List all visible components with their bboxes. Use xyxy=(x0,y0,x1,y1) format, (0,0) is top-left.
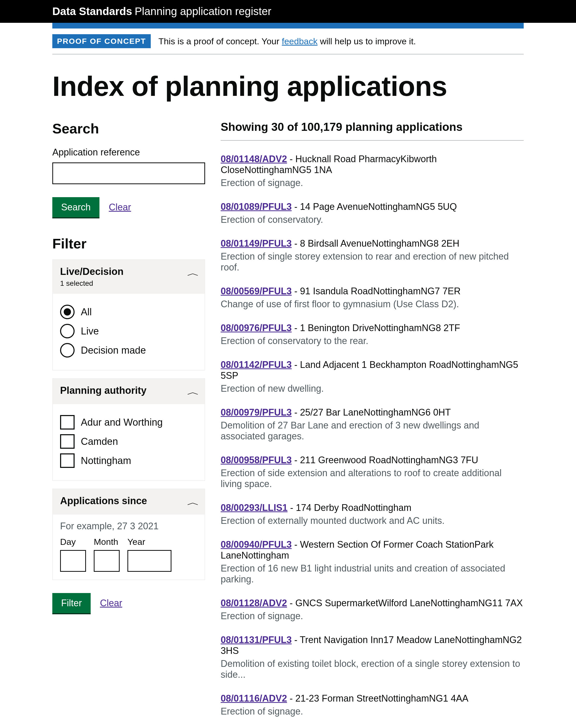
search-clear-link[interactable]: Clear xyxy=(109,202,131,213)
result-ref-link[interactable]: 08/00569/PFUL3 xyxy=(221,286,292,297)
result-address: 91 Isandula RoadNottinghamNG7 7ER xyxy=(300,286,460,297)
result-description: Erection of signage. xyxy=(221,177,524,188)
facet-live-decision: Live/Decision 1 selected ︿ All Live xyxy=(52,259,205,370)
result-item: 08/00979/PFUL3 - 25/27 Bar LaneNottingha… xyxy=(221,407,524,442)
filter-clear-link[interactable]: Clear xyxy=(100,598,122,609)
radio-decided-label[interactable]: Decision made xyxy=(81,345,146,356)
result-ref-link[interactable]: 08/00940/PFUL3 xyxy=(221,539,292,550)
result-description: Erection of 16 new B1 light industrial u… xyxy=(221,563,524,585)
result-ref-link[interactable]: 08/01089/PFUL3 xyxy=(221,201,292,212)
result-ref-link[interactable]: 08/00958/PFUL3 xyxy=(221,455,292,465)
search-button[interactable]: Search xyxy=(52,197,99,217)
result-separator: - xyxy=(287,153,295,164)
search-heading: Search xyxy=(52,120,205,137)
result-ref-link[interactable]: 08/01142/PFUL3 xyxy=(221,359,292,370)
date-year-label: Year xyxy=(127,537,171,547)
result-separator: - xyxy=(292,635,300,645)
checkbox-nottingham[interactable] xyxy=(60,453,75,468)
result-separator: - xyxy=(292,539,300,550)
facet-since-toggle[interactable]: Applications since ︿ xyxy=(53,489,205,514)
result-ref-link[interactable]: 08/01148/ADV2 xyxy=(221,153,287,164)
result-item: 08/01142/PFUL3 - Land Adjacent 1 Beckham… xyxy=(221,359,524,394)
result-description: Erection of signage. xyxy=(221,706,524,717)
facet-live-decision-subtitle: 1 selected xyxy=(60,279,123,287)
result-item: 08/01148/ADV2 - Hucknall Road PharmacyKi… xyxy=(221,153,524,188)
brand-bold[interactable]: Data Standards xyxy=(52,5,132,17)
facet-live-decision-toggle[interactable]: Live/Decision 1 selected ︿ xyxy=(53,260,205,294)
checkbox-nottingham-label[interactable]: Nottingham xyxy=(81,455,131,466)
result-address: GNCS SupermarketWilford LaneNottinghamNG… xyxy=(295,598,523,608)
result-item: 08/00293/LLIS1 - 174 Derby RoadNottingha… xyxy=(221,502,524,526)
result-item: 08/01089/PFUL3 - 14 Page AvenueNottingha… xyxy=(221,201,524,225)
facet-since: Applications since ︿ For example, 27 3 2… xyxy=(52,488,205,580)
result-separator: - xyxy=(292,323,300,333)
result-item: 08/00940/PFUL3 - Western Section Of Form… xyxy=(221,539,524,585)
result-description: Erection of signage. xyxy=(221,611,524,621)
results-panel: Showing 30 of 100,179 planning applicati… xyxy=(221,120,524,728)
result-separator: - xyxy=(292,359,300,370)
application-reference-input[interactable] xyxy=(52,163,205,184)
result-separator: - xyxy=(287,598,295,608)
radio-decided[interactable] xyxy=(60,343,75,358)
date-day-label: Day xyxy=(60,537,86,547)
result-address: 25/27 Bar LaneNottinghamNG6 0HT xyxy=(300,407,451,418)
result-ref-link[interactable]: 08/00976/PFUL3 xyxy=(221,323,292,333)
checkbox-adur[interactable] xyxy=(60,415,75,429)
result-separator: - xyxy=(292,286,300,297)
results-list: 08/01148/ADV2 - Hucknall Road PharmacyKi… xyxy=(221,153,524,728)
filter-button[interactable]: Filter xyxy=(52,593,91,613)
result-item: 08/01128/ADV2 - GNCS SupermarketWilford … xyxy=(221,598,524,621)
result-description: Demolition of existing toilet block, ere… xyxy=(221,658,524,680)
facet-live-decision-title: Live/Decision xyxy=(60,266,123,277)
result-description: Erection of single storey extension to r… xyxy=(221,251,524,273)
result-separator: - xyxy=(292,238,300,249)
radio-all-label[interactable]: All xyxy=(81,307,92,318)
result-ref-link[interactable]: 08/01116/ADV2 xyxy=(221,693,287,704)
date-year-input[interactable] xyxy=(127,550,171,572)
result-item: 08/00976/PFUL3 - 1 Benington DriveNottin… xyxy=(221,323,524,346)
result-ref-link[interactable]: 08/01128/ADV2 xyxy=(221,598,287,608)
checkbox-camden-label[interactable]: Camden xyxy=(81,436,118,447)
radio-all[interactable] xyxy=(60,305,75,319)
result-ref-link[interactable]: 08/00979/PFUL3 xyxy=(221,407,292,418)
result-separator: - xyxy=(287,693,295,704)
chevron-up-icon: ︿ xyxy=(187,387,199,398)
result-address: 174 Derby RoadNottingham xyxy=(296,502,411,513)
search-label: Application reference xyxy=(52,147,205,158)
result-address: 1 Benington DriveNottinghamNG8 2TF xyxy=(300,323,460,333)
radio-live[interactable] xyxy=(60,324,75,338)
result-separator: - xyxy=(287,502,296,513)
result-ref-link[interactable]: 08/01149/PFUL3 xyxy=(221,238,292,249)
page-title: Index of planning applications xyxy=(52,70,524,102)
checkbox-adur-label[interactable]: Adur and Worthing xyxy=(81,417,163,428)
radio-live-label[interactable]: Live xyxy=(81,326,99,337)
notice-text: This is a proof of concept. Your feedbac… xyxy=(159,36,416,46)
result-description: Change of use of first floor to gymnasiu… xyxy=(221,299,524,310)
result-description: Demolition of 27 Bar Lane and erection o… xyxy=(221,420,524,442)
notice-suffix: will help us to improve it. xyxy=(318,36,416,46)
facet-authority-toggle[interactable]: Planning authority ︿ xyxy=(53,379,205,404)
result-item: 08/01131/PFUL3 - Trent Navigation Inn17 … xyxy=(221,635,524,680)
result-separator: - xyxy=(292,201,300,212)
facet-authority-title: Planning authority xyxy=(60,385,147,396)
chevron-up-icon: ︿ xyxy=(187,497,199,508)
results-divider xyxy=(221,140,524,141)
date-day-input[interactable] xyxy=(60,550,86,572)
result-description: Erection of externally mounted ductwork … xyxy=(221,515,524,526)
facet-since-title: Applications since xyxy=(60,495,147,506)
feedback-link[interactable]: feedback xyxy=(282,36,318,46)
results-heading: Showing 30 of 100,179 planning applicati… xyxy=(221,120,524,134)
result-ref-link[interactable]: 08/01131/PFUL3 xyxy=(221,635,292,645)
notice-banner: PROOF OF CONCEPT This is a proof of conc… xyxy=(52,28,524,54)
header-bar: Data Standards Planning application regi… xyxy=(0,0,576,23)
chevron-up-icon: ︿ xyxy=(187,268,199,279)
result-item: 08/01149/PFUL3 - 8 Birdsall AvenueNottin… xyxy=(221,238,524,273)
filter-heading: Filter xyxy=(52,235,205,252)
date-month-input[interactable] xyxy=(94,550,120,572)
checkbox-camden[interactable] xyxy=(60,434,75,449)
result-description: Erection of conservatory to the rear. xyxy=(221,336,524,346)
sidebar: Search Application reference Search Clea… xyxy=(52,120,205,728)
result-separator: - xyxy=(292,455,300,465)
result-ref-link[interactable]: 08/00293/LLIS1 xyxy=(221,502,287,513)
result-item: 08/01116/ADV2 - 21-23 Forman StreetNotti… xyxy=(221,693,524,717)
